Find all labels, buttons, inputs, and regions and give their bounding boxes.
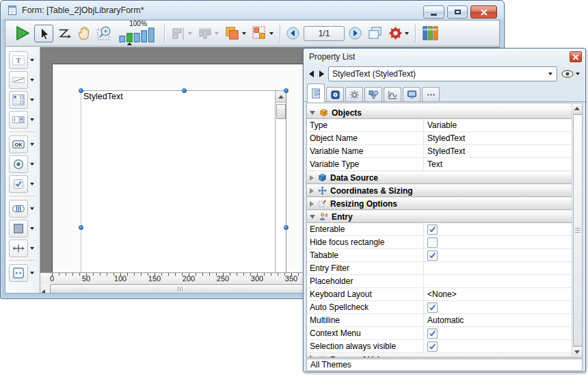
scroll-down-icon[interactable]: [572, 346, 582, 357]
text-tool-button[interactable]: T: [9, 51, 28, 69]
chevron-down-icon[interactable]: [30, 79, 34, 81]
chevron-down-icon[interactable]: [30, 207, 34, 210]
section-header-entry[interactable]: #Entry: [307, 210, 572, 223]
chevron-down-icon[interactable]: [269, 32, 273, 35]
selection-handle-top-mid[interactable]: [182, 88, 187, 93]
styledtext-object[interactable]: StyledText: [81, 90, 286, 273]
tab-data[interactable]: [326, 87, 344, 101]
chevron-down-icon[interactable]: [30, 247, 34, 250]
property-row-tabable[interactable]: Tabable: [307, 249, 572, 262]
property-row-auto-spellcheck[interactable]: Auto Spellcheck: [307, 301, 572, 314]
library-button[interactable]: [420, 23, 441, 43]
chevron-down-icon[interactable]: [242, 32, 246, 35]
radio-tool-button[interactable]: [9, 155, 28, 173]
selection-handle-mid-left[interactable]: [79, 225, 83, 230]
display-pages-button[interactable]: [365, 24, 385, 42]
scroll-thumb[interactable]: [276, 104, 286, 119]
form-properties-button[interactable]: [386, 25, 411, 42]
section-header-data-source[interactable]: Data Source: [307, 171, 572, 184]
chevron-down-icon[interactable]: [30, 143, 34, 146]
chevron-down-icon[interactable]: [30, 99, 34, 101]
group-button[interactable]: [250, 24, 276, 42]
pointer-tool-button[interactable]: [34, 25, 53, 42]
prev-object-button[interactable]: [308, 68, 315, 79]
chevron-down-icon[interactable]: [30, 227, 34, 230]
expand-triangle-icon[interactable]: [310, 355, 314, 357]
selection-handle-top-left[interactable]: [79, 88, 83, 93]
move-level-button[interactable]: [222, 24, 248, 42]
section-header-range-of-values[interactable]: Range of Values: [307, 353, 572, 357]
property-row-entry-filter[interactable]: Entry Filter: [307, 262, 572, 275]
collapse-triangle-icon[interactable]: [310, 215, 315, 219]
checkbox-tool-button[interactable]: [9, 175, 28, 193]
property-list-titlebar[interactable]: Property List: [304, 49, 585, 64]
chevron-down-icon[interactable]: [30, 118, 34, 121]
window-titlebar[interactable]: Form: [Table_2]ObjLibraryForm*: [1, 1, 504, 19]
checkbox[interactable]: [427, 224, 438, 235]
checkbox[interactable]: [427, 250, 438, 261]
chevron-down-icon[interactable]: [30, 163, 34, 166]
minimize-button[interactable]: [423, 5, 444, 18]
zoom-level-button[interactable]: 100%: [117, 20, 159, 47]
theme-filter-status[interactable]: All Themes: [306, 359, 583, 371]
selection-handle-mid-right[interactable]: [284, 225, 289, 230]
scroll-left-icon[interactable]: [42, 285, 45, 293]
chevron-down-icon[interactable]: [30, 183, 34, 185]
section-header-objects[interactable]: Objects: [307, 106, 572, 119]
section-header-coordinates-sizing[interactable]: Coordinates & Sizing: [307, 184, 572, 197]
property-scrollbar[interactable]: [572, 103, 582, 357]
scroll-up-icon[interactable]: [276, 91, 286, 103]
combobox-tool-button[interactable]: [9, 111, 28, 129]
checkbox[interactable]: [427, 341, 438, 352]
listbox-tool-button[interactable]: [9, 91, 28, 109]
zoom-tool-button[interactable]: [95, 24, 115, 42]
property-row-keyboard-layout[interactable]: Keyboard Layout<None>: [307, 288, 572, 301]
next-object-button[interactable]: [318, 68, 325, 79]
vscroll-thumb[interactable]: [573, 114, 583, 346]
next-page-button[interactable]: [347, 25, 364, 41]
splitter-tool-button[interactable]: [9, 240, 28, 257]
line-tool-button[interactable]: [9, 71, 28, 89]
expand-triangle-icon[interactable]: [310, 175, 314, 181]
plugin-tool-button[interactable]: [9, 264, 28, 282]
panel-close-button[interactable]: [570, 51, 582, 62]
tab-settings[interactable]: [345, 87, 363, 101]
selection-handle-top-right[interactable]: [284, 88, 289, 93]
property-row-multiline[interactable]: MultilineAutomatic: [307, 314, 572, 327]
collapse-triangle-icon[interactable]: [310, 111, 315, 115]
object-selector-dropdown[interactable]: StyledText (StyledText): [328, 66, 557, 81]
property-row-enterable[interactable]: Enterable: [307, 223, 572, 236]
expand-triangle-icon[interactable]: [310, 201, 314, 207]
chevron-down-icon[interactable]: [30, 272, 34, 274]
entry-order-button[interactable]: [55, 25, 74, 42]
button-tool-button[interactable]: OK: [9, 135, 28, 153]
section-header-resizing-options[interactable]: Resizing Options: [307, 197, 572, 210]
view-filter-button[interactable]: [560, 68, 581, 79]
checkbox[interactable]: [427, 302, 438, 313]
run-form-button[interactable]: [12, 23, 33, 43]
property-row-context-menu[interactable]: Context Menu: [307, 327, 572, 340]
property-row-variable-type[interactable]: Variable TypeText: [307, 158, 572, 171]
property-row-type[interactable]: TypeVariable: [307, 119, 572, 132]
property-row-hide-focus-rectangle[interactable]: Hide focus rectangle: [307, 236, 572, 249]
chevron-down-icon[interactable]: [405, 32, 409, 35]
property-row-selection-always-visible[interactable]: Selection always visible: [307, 340, 572, 353]
move-tool-button[interactable]: [75, 25, 94, 42]
maximize-button[interactable]: [447, 5, 468, 18]
chevron-down-icon[interactable]: [188, 32, 192, 35]
tab-graph[interactable]: [384, 87, 401, 101]
close-button[interactable]: [470, 5, 497, 18]
tab-property-list[interactable]: [307, 83, 325, 102]
chevron-down-icon[interactable]: [215, 32, 219, 35]
tab-objects[interactable]: [364, 87, 382, 101]
property-row-object-name[interactable]: Object NameStyledText: [307, 132, 572, 145]
checkbox[interactable]: [427, 328, 438, 339]
styledtext-scrollbar[interactable]: [275, 91, 286, 273]
tab-control-tool-button[interactable]: [9, 200, 28, 218]
chevron-down-icon[interactable]: [30, 59, 34, 62]
expand-triangle-icon[interactable]: [310, 188, 314, 194]
tab-display[interactable]: [403, 87, 420, 101]
prev-page-button[interactable]: [284, 25, 302, 41]
property-row-variable-name[interactable]: Variable NameStyledText: [307, 145, 572, 158]
scroll-up-icon[interactable]: [572, 103, 582, 114]
